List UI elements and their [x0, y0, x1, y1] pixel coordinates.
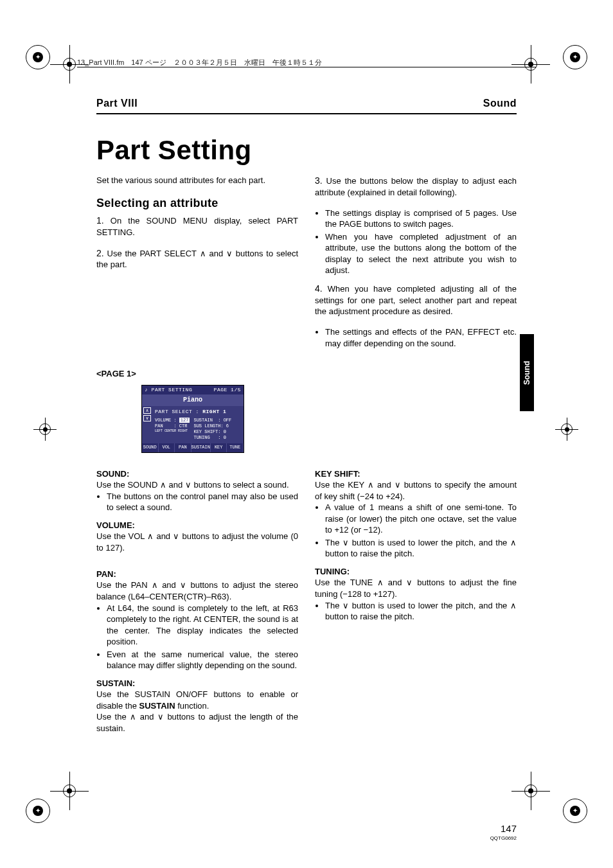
step-number: 1. — [96, 215, 104, 226]
section-heading-tuning: TUNING: — [315, 566, 517, 578]
page-number: 147 — [490, 822, 517, 835]
section-heading-volume: VOLUME: — [96, 520, 298, 531]
section-heading-keyshift: KEY SHIFT: — [315, 468, 517, 480]
registration-cross-icon — [33, 418, 58, 442]
step-3: 3. Use the buttons below the display to … — [315, 175, 517, 198]
page-footer: 147 QQTG0692 — [490, 822, 517, 842]
step-number: 3. — [315, 175, 323, 186]
section-heading-pan: PAN: — [96, 569, 298, 580]
doc-code: QQTG0692 — [490, 835, 517, 842]
up-arrow-icon: ∧ — [143, 407, 151, 414]
print-header-text: 13_Part VIII.fm 147 ページ ２００３年２月５日 水曜日 午後… — [77, 58, 322, 66]
down-arrow-icon: ∨ — [143, 415, 151, 421]
lcd-page-indicator: PAGE 1/5 — [214, 387, 241, 394]
registration-mark-icon: ✦ — [563, 799, 587, 823]
page-1-label: <PAGE 1> — [96, 368, 517, 380]
lcd-part-select-label: PART SELECT : — [155, 409, 199, 414]
lcd-screenshot: ♪ PART SETTING PAGE 1/5 Piano ∧ ∨ PART S… — [141, 385, 244, 453]
step-2: 2. Use the PART SELECT ∧ and ∨ buttons t… — [96, 247, 298, 270]
registration-mark-icon: ✦ — [563, 45, 587, 69]
step-1: 1. On the SOUND MENU display, select PAR… — [96, 215, 298, 238]
section-body: Use the VOL ∧ and ∨ buttons to adjust th… — [96, 531, 298, 553]
registration-cross-icon — [50, 772, 102, 823]
step-number: 4. — [315, 283, 323, 294]
registration-cross-icon — [511, 772, 563, 823]
bullet-item: Even at the same numerical value, the st… — [107, 649, 298, 671]
registration-cross-icon — [555, 418, 580, 442]
right-column-sections: KEY SHIFT: Use the KEY ∧ and ∨ buttons t… — [315, 465, 517, 734]
left-column-sections: SOUND: Use the SOUND ∧ and ∨ buttons to … — [96, 465, 298, 734]
section-body: Use the TUNE ∧ and ∨ buttons to adjust t… — [315, 577, 517, 599]
lcd-part-select-value: RIGHT 1 — [202, 409, 226, 414]
lcd-footer-buttons: SOUND VOL PAN SUSTAIN KEY TUNE — [142, 443, 244, 452]
subheading: Selecting an attribute — [96, 195, 298, 211]
step-text: Use the PART SELECT ∧ and ∨ buttons to s… — [96, 249, 298, 270]
step-text: When you have completed adjusting all of… — [315, 284, 517, 316]
bullet-item: At L64, the sound is completely to the l… — [107, 603, 298, 648]
bullet-item: The ∨ button is used to lower the pitch,… — [325, 537, 517, 560]
section-heading-sound: SOUND: — [96, 468, 298, 480]
bullet-item: The ∨ button is used to lower the pitch,… — [325, 600, 517, 623]
section-body: Use the SOUND ∧ and ∨ buttons to select … — [96, 479, 298, 491]
bullet-item: The settings and effects of the PAN, EFF… — [325, 326, 517, 349]
registration-mark-icon: ✦ — [26, 45, 50, 69]
lcd-sound-name: Piano — [142, 394, 244, 406]
step-text: On the SOUND MENU display, select PART S… — [96, 216, 298, 237]
step-4: 4. When you have completed adjusting all… — [315, 283, 517, 317]
page-title: Part Setting — [96, 132, 517, 169]
section-body: Use the KEY ∧ and ∨ buttons to specify t… — [315, 479, 517, 502]
bullet-item: The buttons on the control panel may als… — [107, 491, 298, 513]
step-text: Use the buttons below the display to adj… — [315, 176, 517, 197]
bullet-item: A value of 1 means a shift of one semi-t… — [325, 502, 517, 536]
bullet-list: The settings and effects of the PAN, EFF… — [315, 326, 517, 349]
registration-cross-icon — [50, 45, 102, 96]
section-body-2: Use the ∧ and ∨ buttons to adjust the le… — [96, 711, 298, 734]
section-heading-sustain: SUSTAIN: — [96, 678, 298, 689]
bullet-item: When you have completed adjustment of an… — [325, 231, 517, 276]
print-header: 13_Part VIII.fm 147 ページ ２００３年２月５日 水曜日 午後… — [77, 58, 536, 67]
section-label: Sound — [483, 96, 517, 111]
bullet-item: The settings display is comprised of 5 p… — [325, 208, 517, 230]
intro-text: Set the various sound attributes for eac… — [96, 175, 298, 186]
step-number: 2. — [96, 248, 104, 258]
registration-mark-icon: ✦ — [26, 799, 50, 823]
running-header: Part VIII Sound — [96, 96, 517, 114]
lcd-left-params: VOLUME : 127 PAN : CTR LEFT CENTER RIGHT — [155, 418, 190, 441]
section-body: Use the PAN ∧ and ∨ buttons to adjust th… — [96, 580, 298, 602]
bullet-list: The settings display is comprised of 5 p… — [315, 208, 517, 276]
side-tab-sound: Sound — [520, 334, 534, 411]
lcd-right-params: SUSTAIN : OFF SUS LENGTH: 6 KEY SHIFT: 0… — [193, 418, 231, 441]
part-label: Part VIII — [96, 96, 138, 111]
section-body: Use the SUSTAIN ON/OFF buttons to enable… — [96, 689, 298, 711]
lcd-title: ♪ PART SETTING — [145, 387, 192, 394]
registration-cross-icon — [511, 45, 563, 96]
